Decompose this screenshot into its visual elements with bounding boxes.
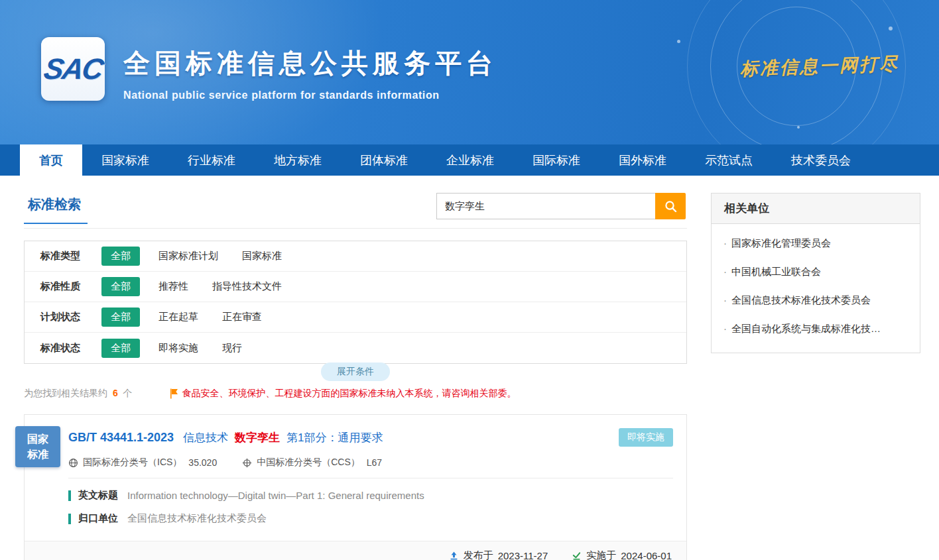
related-orgs-title: 相关单位	[712, 194, 920, 224]
sac-logo[interactable]: SAC	[41, 37, 105, 101]
filter-row-standard-type: 标准类型 全部 国家标准计划 国家标准	[25, 241, 686, 272]
english-title-label: 英文标题	[78, 489, 118, 502]
sac-logo-text: SAC	[41, 52, 105, 85]
filter-option[interactable]: 推荐性	[158, 280, 188, 293]
section-title: 标准检索	[24, 193, 88, 224]
result-title-row: GB/T 43441.1-2023 信息技术 数字孪生 第1部分：通用要求 即将…	[68, 428, 673, 447]
standard-code-link[interactable]: GB/T 43441.1-2023	[68, 431, 174, 445]
filter-row-plan-status: 计划状态 全部 正在起草 正在审查	[25, 302, 686, 333]
nav-tab-foreign-standard[interactable]: 国外标准	[599, 144, 686, 176]
summary-prefix: 为您找到相关结果约	[24, 388, 107, 398]
filter-option[interactable]: 国家标准	[242, 250, 282, 262]
banner-dot-decoration	[797, 126, 800, 129]
publish-icon	[449, 551, 459, 560]
related-org-item[interactable]: 全国信息技术标准化技术委员会	[723, 286, 908, 315]
site-title-block: 全国标准信息公共服务平台 National public service pla…	[123, 45, 497, 101]
search-box	[436, 193, 686, 219]
filter-option[interactable]: 指导性技术文件	[212, 280, 282, 293]
standard-type-badge-text: 国家标准	[27, 431, 48, 462]
standard-type-badge: 国家标准	[15, 426, 60, 467]
ics-value: 35.020	[188, 457, 217, 468]
nav-tab-pilot[interactable]: 示范试点	[686, 144, 772, 176]
english-title-value: Information technology—Digital twin—Part…	[127, 490, 424, 501]
filter-option[interactable]: 现行	[222, 342, 242, 355]
search-input[interactable]	[436, 193, 655, 219]
nav-tab-local-standard[interactable]: 地方标准	[255, 144, 341, 176]
card-divider	[68, 478, 673, 478]
filter-label: 计划状态	[40, 311, 101, 323]
implement-date-item: 实施于 2024-06-01	[572, 549, 672, 560]
filter-label: 标准类型	[40, 250, 101, 262]
result-meta-row: 国际标准分类号（ICS） 35.020 中国标准分类号（CCS） L67	[68, 457, 673, 469]
nav-tab-technical-committee[interactable]: 技术委员会	[772, 144, 870, 176]
publish-label: 发布于	[464, 549, 493, 560]
dept-label: 归口单位	[78, 512, 118, 525]
english-title-row: 英文标题 Information technology—Digital twin…	[68, 489, 673, 502]
filter-option[interactable]: 正在起草	[158, 311, 198, 323]
search-button[interactable]	[655, 193, 686, 219]
nav-tab-home[interactable]: 首页	[20, 144, 82, 176]
flag-icon	[170, 388, 178, 399]
nav-tab-national-standard[interactable]: 国家标准	[82, 144, 168, 176]
related-org-item[interactable]: 国家标准化管理委员会	[723, 229, 908, 258]
crosshair-icon	[242, 458, 252, 468]
ics-group: 国际标准分类号（ICS） 35.020	[68, 457, 217, 469]
nav-tab-industry-standard[interactable]: 行业标准	[168, 144, 255, 176]
nav-tab-group-standard[interactable]: 团体标准	[341, 144, 427, 176]
notice-text: 食品安全、环境保护、工程建设方面的国家标准未纳入本系统，请咨询相关部委。	[182, 388, 517, 400]
ics-label: 国际标准分类号（ICS）	[83, 457, 182, 469]
main-column: 标准检索 标准类型 全部 国家标准计划 国家标准 标准性质	[24, 193, 687, 560]
related-org-item[interactable]: 全国自动化系统与集成标准化技…	[723, 315, 908, 343]
search-section: 标准检索	[24, 193, 687, 229]
ccs-value: L67	[367, 457, 382, 468]
standard-title-part[interactable]: 信息技术	[183, 430, 228, 445]
summary-row: 为您找到相关结果约 6 个 食品安全、环境保护、工程建设方面的国家标准未纳入本系…	[24, 388, 687, 400]
implement-label: 实施于	[586, 549, 616, 560]
filter-all-button[interactable]: 全部	[101, 339, 140, 358]
globe-icon	[68, 458, 78, 468]
filter-all-button[interactable]: 全部	[101, 277, 140, 296]
site-title: 全国标准信息公共服务平台	[123, 45, 497, 82]
ccs-label: 中国标准分类号（CCS）	[257, 457, 360, 469]
nav-tab-enterprise-standard[interactable]: 企业标准	[427, 144, 513, 176]
status-badge: 即将实施	[619, 428, 673, 447]
result-card: 国家标准 GB/T 43441.1-2023 信息技术 数字孪生 第1部分：通用…	[24, 414, 687, 560]
banner-dot-decoration	[889, 27, 893, 30]
content-area: 标准检索 标准类型 全部 国家标准计划 国家标准 标准性质	[0, 176, 939, 560]
site-banner: SAC 全国标准信息公共服务平台 National public service…	[0, 0, 939, 144]
filter-label: 标准性质	[40, 280, 101, 293]
publish-date-item: 发布于 2023-11-27	[449, 549, 548, 560]
filter-row-standard-status: 标准状态 全部 即将实施 现行	[25, 333, 686, 363]
implement-icon	[572, 551, 582, 560]
dept-value: 全国信息技术标准化技术委员会	[127, 512, 267, 525]
expand-conditions-button[interactable]: 展开条件	[321, 363, 390, 381]
dept-row: 归口单位 全国信息技术标准化技术委员会	[68, 512, 673, 525]
filter-option[interactable]: 国家标准计划	[158, 250, 218, 262]
system-notice: 食品安全、环境保护、工程建设方面的国家标准未纳入本系统，请咨询相关部委。	[170, 388, 517, 400]
filter-label: 标准状态	[40, 342, 101, 355]
filter-all-button[interactable]: 全部	[101, 247, 140, 266]
result-card-body: GB/T 43441.1-2023 信息技术 数字孪生 第1部分：通用要求 即将…	[25, 415, 686, 529]
main-nav: 首页 国家标准 行业标准 地方标准 团体标准 企业标准 国际标准 国外标准 示范…	[0, 144, 939, 176]
related-orgs-list: 国家标准化管理委员会 中国机械工业联合会 全国信息技术标准化技术委员会 全国自动…	[712, 224, 920, 353]
search-icon	[664, 200, 677, 213]
summary-count: 6	[113, 388, 118, 398]
standard-title-highlight[interactable]: 数字孪生	[235, 430, 280, 445]
filter-panel: 标准类型 全部 国家标准计划 国家标准 标准性质 全部 推荐性 指导性技术文件 …	[24, 241, 687, 364]
implement-date: 2024-06-01	[621, 550, 672, 560]
nav-tab-international-standard[interactable]: 国际标准	[513, 144, 599, 176]
filter-option[interactable]: 正在审查	[222, 311, 262, 323]
results-summary: 为您找到相关结果约 6 个	[24, 388, 133, 400]
related-org-item[interactable]: 中国机械工业联合会	[723, 258, 908, 286]
site-subtitle: National public service platform for sta…	[123, 89, 497, 101]
result-card-footer: 发布于 2023-11-27 实施于 2024-06-01	[25, 541, 686, 560]
ccs-group: 中国标准分类号（CCS） L67	[242, 457, 382, 469]
accent-bar	[68, 490, 71, 501]
standard-title-part[interactable]: 第1部分：通用要求	[286, 430, 383, 445]
banner-dot-decoration	[677, 40, 680, 43]
summary-suffix: 个	[123, 388, 133, 398]
filter-all-button[interactable]: 全部	[101, 308, 140, 327]
filter-option[interactable]: 即将实施	[158, 342, 198, 355]
related-orgs-panel: 相关单位 国家标准化管理委员会 中国机械工业联合会 全国信息技术标准化技术委员会…	[711, 193, 920, 353]
publish-date: 2023-11-27	[498, 550, 548, 560]
